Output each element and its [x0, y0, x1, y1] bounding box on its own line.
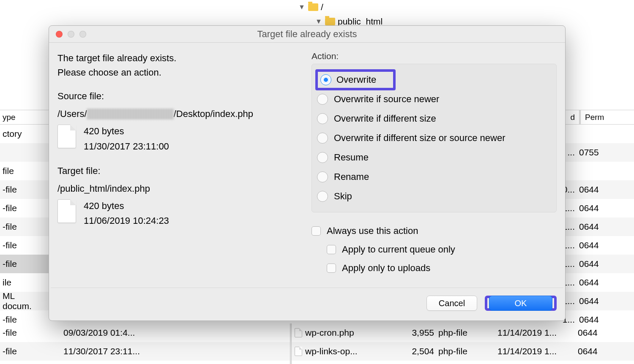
- table-row[interactable]: wp-cron.php3,955php-file11/14/2019 1...0…: [292, 323, 634, 342]
- table-row[interactable]: -file09/03/2019 01:4...: [0, 323, 292, 342]
- source-file-date: 11/30/2017 23:11:00: [84, 139, 169, 154]
- radio-overwrite-size[interactable]: [317, 113, 328, 124]
- dialog-left-pane: The target file already exists. Please c…: [57, 51, 303, 283]
- highlight-overwrite: Overwrite: [315, 69, 396, 90]
- source-file-path: /Users//Desktop/index.php: [57, 107, 303, 121]
- table-row[interactable]: -file11/30/2017 23:11...: [0, 342, 292, 361]
- file-icon: [57, 199, 76, 223]
- checkbox-queue-only[interactable]: [327, 245, 336, 254]
- action-radio-group: Overwrite Overwrite if source newer Over…: [312, 64, 557, 212]
- radio-overwrite-size-label[interactable]: Overwrite if different size: [334, 113, 436, 124]
- radio-overwrite-label[interactable]: Overwrite: [336, 74, 376, 85]
- remote-rows-fragment: wp-cron.php3,955php-file11/14/2019 1...0…: [292, 323, 634, 361]
- dialog-right-pane: Action: Overwrite Overwrite if source ne…: [312, 51, 557, 283]
- checkbox-uploads-only[interactable]: [327, 263, 336, 273]
- remote-tree-fragment: ▼ / ▼ public_html: [298, 0, 509, 29]
- checkbox-uploads-only-label[interactable]: Apply only to uploads: [342, 263, 430, 274]
- chevron-down-icon: ▼: [315, 18, 322, 25]
- dialog-message-1: The target file already exists.: [57, 51, 303, 65]
- radio-overwrite[interactable]: [320, 74, 331, 85]
- chevron-down-icon: ▼: [298, 3, 306, 11]
- radio-overwrite-size-newer-label[interactable]: Overwrite if different size or source ne…: [334, 133, 506, 144]
- radio-rename-label[interactable]: Rename: [334, 171, 369, 182]
- file-icon: [57, 125, 76, 148]
- source-file-label: Source file:: [57, 89, 303, 103]
- checkbox-always-label[interactable]: Always use this action: [327, 225, 418, 236]
- radio-overwrite-size-newer[interactable]: [317, 133, 328, 144]
- folder-icon: [325, 18, 335, 25]
- radio-rename[interactable]: [317, 171, 328, 182]
- target-file-size: 420 bytes: [84, 198, 169, 213]
- action-label: Action:: [312, 51, 557, 61]
- dialog-title: Target file already exists: [49, 29, 565, 40]
- table-row[interactable]: wp-links-op...2,504php-file11/14/2019 1.…: [292, 342, 634, 361]
- radio-skip[interactable]: [317, 191, 328, 202]
- file-icon: [295, 347, 302, 356]
- radio-resume[interactable]: [317, 152, 328, 163]
- target-file-date: 11/06/2019 10:24:23: [84, 213, 169, 228]
- target-file-path: /public_html/index.php: [57, 182, 303, 196]
- dialog-message-2: Please choose an action.: [57, 65, 303, 80]
- radio-overwrite-newer[interactable]: [317, 94, 328, 105]
- redacted-text: [87, 109, 174, 120]
- checkbox-queue-only-label[interactable]: Apply to current queue only: [342, 244, 455, 255]
- source-file-size: 420 bytes: [84, 124, 169, 139]
- local-rows-fragment: -file09/03/2019 01:4...-file11/30/2017 2…: [0, 323, 292, 361]
- col-header-type[interactable]: ype: [0, 111, 21, 124]
- folder-icon: [308, 3, 318, 11]
- cancel-button[interactable]: Cancel: [426, 296, 477, 311]
- radio-overwrite-newer-label[interactable]: Overwrite if source newer: [334, 94, 439, 105]
- radio-skip-label[interactable]: Skip: [334, 191, 352, 202]
- dialog-titlebar[interactable]: Target file already exists: [49, 26, 565, 43]
- dialog-footer: Cancel OK: [49, 288, 565, 318]
- col-header-perm[interactable]: Perm: [581, 111, 615, 124]
- highlight-ok: OK: [485, 296, 557, 311]
- ok-button[interactable]: OK: [489, 296, 552, 311]
- radio-resume-label[interactable]: Resume: [334, 152, 369, 163]
- target-file-label: Target file:: [57, 164, 303, 178]
- file-icon: [295, 328, 302, 337]
- target-file-exists-dialog: Target file already exists The target fi…: [49, 25, 566, 321]
- checkbox-always[interactable]: [312, 226, 321, 236]
- tree-root-label[interactable]: /: [321, 2, 323, 12]
